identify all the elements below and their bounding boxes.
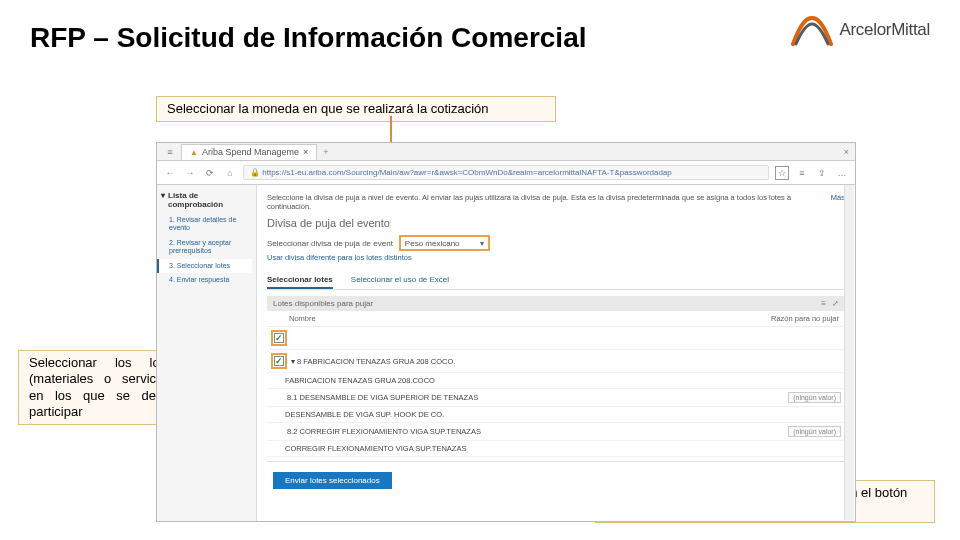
lot-row-8: ✓ ▾ 8 FABRICACION TENAZAS GRUA 208 COCO. xyxy=(267,350,845,373)
expand-icon[interactable]: ⤢ xyxy=(832,299,839,308)
tab-label: Ariba Spend Manageme xyxy=(202,147,299,157)
reading-list-icon[interactable]: ≡ xyxy=(795,166,809,180)
section-heading: Divisa de puja del evento xyxy=(267,217,845,229)
currency-value: Peso mexicano xyxy=(405,239,460,248)
share-icon[interactable]: ⇪ xyxy=(815,166,829,180)
window-close-icon[interactable]: × xyxy=(844,147,849,157)
actions-bar: Enviar lotes seleccionados xyxy=(267,461,845,499)
url-text: https://s1-eu.ariba.com/Sourcing/Main/aw… xyxy=(262,168,672,177)
bookmark-icon[interactable]: ☆ xyxy=(775,166,789,180)
lot-row-header-check: ✓ xyxy=(267,327,845,350)
slide-title: RFP – Solicitud de Información Comercial xyxy=(30,22,587,54)
browser-window: ≡ ▲ Ariba Spend Manageme × + × ← → ⟳ ⌂ 🔒… xyxy=(156,142,856,522)
col-name: Nombre xyxy=(289,314,667,323)
sidebar-item-3[interactable]: 3. Seleccionar lotes xyxy=(157,259,252,273)
address-bar: ← → ⟳ ⌂ 🔒 https://s1-eu.ariba.com/Sourci… xyxy=(157,161,855,185)
currency-select[interactable]: Peso mexicano ▾ xyxy=(399,235,490,251)
ariba-logo-icon: ▲ xyxy=(190,148,198,157)
lot-row-8-2-desc: CORREGIR FLEXIONAMIENTO VIGA SUP.TENAZAS xyxy=(267,441,845,457)
lot-8-checkbox[interactable]: ✓ xyxy=(274,356,284,366)
chevron-down-icon[interactable]: ▾ xyxy=(161,191,165,209)
main-panel: Seleccione la divisa de puja a nivel de … xyxy=(257,185,855,521)
currency-label: Seleccionar divisa de puja de event xyxy=(267,239,393,248)
arcelor-mark-icon xyxy=(791,12,833,48)
lots-table-header: Nombre Razón para no pujar xyxy=(267,311,845,327)
browser-titlebar: ≡ ▲ Ariba Spend Manageme × + × xyxy=(157,143,855,161)
lots-header-bar: Lotes disponibles para pujar ≡ ⤢ xyxy=(267,296,845,311)
reload-icon[interactable]: ⟳ xyxy=(203,166,217,180)
new-tab-icon[interactable]: + xyxy=(323,147,328,157)
lot-row-8-1-desc: DESENSAMBLE DE VIGA SUP. HOOK DE CO. xyxy=(267,407,845,423)
col-reason: Razón para no pujar xyxy=(667,314,839,323)
reason-select-8-1[interactable]: (ningún valor) xyxy=(788,392,841,403)
tab-close-icon[interactable]: × xyxy=(303,147,308,157)
select-all-checkbox[interactable]: ✓ xyxy=(274,333,284,343)
banner-more-link[interactable]: Más xyxy=(831,193,845,211)
reason-select-8-2[interactable]: (ningún valor) xyxy=(788,426,841,437)
lot-row-8-2: 8.2 CORREGIR FLEXIONAMIENTO VIGA SUP.TEN… xyxy=(267,423,845,441)
tab-use-excel[interactable]: Seleccionar el uso de Excel xyxy=(351,272,449,289)
home-icon[interactable]: ⌂ xyxy=(223,166,237,180)
brand-logo: ArcelorMittal xyxy=(791,12,930,48)
lock-icon: 🔒 xyxy=(250,168,260,177)
url-field[interactable]: 🔒 https://s1-eu.ariba.com/Sourcing/Main/… xyxy=(243,165,769,180)
sidebar-item-2[interactable]: 2. Revisar y aceptar prerrequisitos xyxy=(161,236,252,259)
submit-lots-button[interactable]: Enviar lotes seleccionados xyxy=(273,472,392,489)
chevron-down-icon: ▾ xyxy=(480,239,484,248)
table-menu-icon[interactable]: ≡ xyxy=(821,299,826,308)
back-icon[interactable]: ← xyxy=(163,166,177,180)
tab-select-lots[interactable]: Seleccionar lotes xyxy=(267,272,333,289)
brand-name: ArcelorMittal xyxy=(839,20,930,40)
lot-row-8-1: 8.1 DESENSAMBLE DE VIGA SUPERIOR DE TENA… xyxy=(267,389,845,407)
info-banner: Seleccione la divisa de puja a nivel de … xyxy=(267,189,845,215)
sidebar-item-1[interactable]: 1. Revisar detalles de evento xyxy=(161,213,252,236)
forward-icon[interactable]: → xyxy=(183,166,197,180)
window-menu-icon[interactable]: ≡ xyxy=(163,145,177,159)
lot-tabs: Seleccionar lotes Seleccionar el uso de … xyxy=(267,272,845,290)
lot-row-8-desc: FABRICACION TENAZAS GRUA 208.COCO xyxy=(267,373,845,389)
sidebar-item-4[interactable]: 4. Enviar respuesta xyxy=(161,273,252,287)
callout-currency: Seleccionar la moneda en que se realizar… xyxy=(156,96,556,122)
sidebar-header: ▾ Lista de comprobación xyxy=(161,191,252,209)
browser-tab[interactable]: ▲ Ariba Spend Manageme × xyxy=(181,144,317,160)
checklist-sidebar: ▾ Lista de comprobación 1. Revisar detal… xyxy=(157,185,257,521)
different-currency-link[interactable]: Usar divisa diferente para los lotes dis… xyxy=(267,253,845,262)
more-icon[interactable]: … xyxy=(835,166,849,180)
